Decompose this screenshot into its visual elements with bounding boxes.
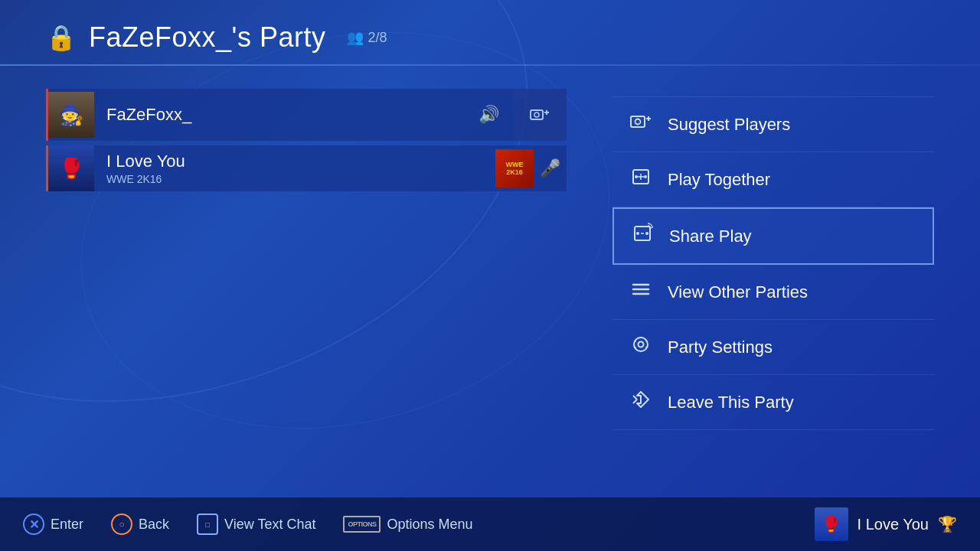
header: 🔒 FaZeFoxx_'s Party 👥 2/8: [0, 0, 980, 54]
leave-party-label: Leave This Party: [668, 393, 794, 412]
play-together-label: Play Together: [668, 170, 770, 190]
circle-button[interactable]: ○: [111, 514, 132, 535]
view-other-parties-label: View Other Parties: [668, 282, 808, 302]
play-together-icon: [628, 165, 654, 194]
footer: ✕ Enter ○ Back □ View Text Chat OPTIONS …: [0, 497, 980, 551]
square-button[interactable]: □: [197, 514, 218, 535]
member-count: 👥 2/8: [347, 29, 387, 46]
member-icons: WWE2K16 🎤: [495, 149, 567, 187]
footer-action-enter: ✕ Enter: [23, 514, 83, 535]
page-title: FaZeFoxx_'s Party: [89, 21, 325, 54]
avatar: 🥊: [48, 145, 94, 191]
suggest-players-icon: [628, 110, 654, 139]
member-name: FaZeFoxx_: [106, 105, 459, 125]
svg-rect-0: [531, 110, 543, 119]
svg-point-5: [635, 119, 641, 125]
main-layout: 🧙 FaZeFoxx_ 🔊: [0, 73, 980, 430]
menu-item-play-together[interactable]: Play Together: [612, 152, 934, 207]
member-info: FaZeFoxx_: [94, 105, 471, 125]
svg-rect-4: [631, 116, 645, 127]
menu-item-suggest-players[interactable]: Suggest Players: [612, 96, 934, 152]
svg-point-1: [534, 112, 539, 117]
menu-item-view-other-parties[interactable]: View Other Parties: [612, 265, 934, 320]
member-row[interactable]: 🧙 FaZeFoxx_ 🔊: [46, 89, 567, 141]
mic-icon: 🎤: [540, 158, 560, 178]
svg-line-21: [633, 399, 637, 403]
view-text-chat-label: View Text Chat: [224, 517, 315, 533]
menu-item-party-settings[interactable]: Party Settings: [612, 320, 934, 375]
options-menu-label: Options Menu: [387, 517, 472, 533]
header-divider: [0, 64, 980, 66]
member-count-value: 2/8: [368, 30, 387, 46]
svg-point-13: [645, 232, 648, 235]
share-play-label: Share Play: [669, 227, 752, 246]
member-name: I Love You: [106, 152, 483, 171]
member-count-icon: 👥: [347, 29, 364, 46]
options-button[interactable]: OPTIONS: [343, 516, 381, 533]
svg-point-9: [644, 175, 647, 178]
member-game: WWE 2K16: [106, 173, 483, 185]
footer-avatar: 🥊: [815, 507, 848, 541]
footer-action-options-menu: OPTIONS Options Menu: [343, 516, 472, 533]
avatar: 🧙: [48, 92, 94, 138]
share-play-icon: [629, 222, 655, 250]
leave-party-icon: [628, 388, 654, 416]
party-settings-label: Party Settings: [668, 337, 773, 357]
add-friend-icon: [529, 104, 550, 126]
enter-label: Enter: [51, 517, 83, 533]
suggest-players-label: Suggest Players: [668, 115, 790, 135]
footer-action-back: ○ Back: [111, 514, 169, 535]
right-panel: Suggest Players Play Together: [612, 89, 934, 430]
menu-item-leave-party[interactable]: Leave This Party: [612, 375, 934, 430]
view-other-parties-icon: [628, 278, 654, 306]
main-content: 🔒 FaZeFoxx_'s Party 👥 2/8 🧙 FaZeFoxx_: [0, 0, 980, 551]
cross-button[interactable]: ✕: [23, 514, 44, 535]
avatar-image: 🧙: [48, 92, 94, 138]
svg-point-19: [639, 342, 644, 347]
avatar-image: 🥊: [48, 145, 94, 191]
footer-username: I Love You: [858, 516, 929, 533]
svg-point-12: [636, 232, 639, 235]
volume-icon: 🔊: [471, 105, 507, 125]
lock-icon: 🔒: [46, 23, 77, 52]
add-member-button[interactable]: [513, 89, 567, 141]
svg-point-8: [635, 175, 638, 178]
member-icons: 🔊: [471, 105, 513, 125]
svg-line-20: [633, 396, 637, 399]
footer-action-view-text-chat: □ View Text Chat: [197, 514, 315, 535]
member-info: I Love You WWE 2K16: [94, 152, 495, 185]
back-label: Back: [139, 517, 169, 533]
party-settings-icon: [628, 333, 654, 361]
game-thumbnail: WWE2K16: [495, 149, 534, 187]
menu-item-share-play[interactable]: Share Play: [612, 207, 934, 265]
ps-trophy-icon: 🏆: [938, 515, 957, 533]
member-row[interactable]: 🥊 I Love You WWE 2K16 WWE2K16 🎤: [46, 145, 567, 191]
left-panel: 🧙 FaZeFoxx_ 🔊: [46, 89, 567, 430]
footer-user: 🥊 I Love You 🏆: [815, 507, 957, 541]
